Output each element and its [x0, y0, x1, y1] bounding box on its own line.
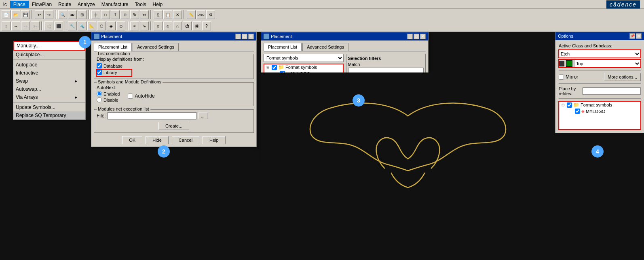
place-by-refdes-input[interactable]: [583, 87, 641, 95]
tb-prop[interactable]: ⚙: [206, 10, 215, 19]
disable-radio[interactable]: [97, 97, 102, 102]
tb-mirror[interactable]: ⇔: [140, 10, 149, 19]
tb-r10[interactable]: ⬡: [97, 21, 106, 30]
dialog1-help[interactable]: Help: [203, 136, 226, 144]
tb-r8[interactable]: 🔩: [78, 21, 87, 30]
tb-open[interactable]: 📂: [11, 10, 20, 19]
more-options-btn[interactable]: More options...: [604, 73, 641, 81]
tree-root-check[interactable]: [272, 65, 277, 70]
menu-analyze[interactable]: Analyze: [74, 1, 98, 8]
menu-manufacture[interactable]: Manufacture: [98, 1, 132, 8]
dialog1-minimize[interactable]: _: [235, 34, 241, 39]
dialog1-ok[interactable]: OK: [122, 136, 142, 144]
class-select[interactable]: Etch: [559, 50, 641, 58]
dialog1-maximize[interactable]: □: [242, 34, 247, 39]
tb-delete[interactable]: ✕: [173, 10, 182, 19]
menu-route[interactable]: Route: [55, 1, 74, 8]
tb-r5[interactable]: ⬚: [44, 21, 53, 30]
create-btn[interactable]: Create...: [158, 122, 189, 130]
tb-r12[interactable]: ⊙: [116, 21, 125, 30]
tb-r7[interactable]: 🔧: [68, 21, 77, 30]
dialog2-tab-placement[interactable]: Placement List: [264, 43, 302, 51]
menu-interactive[interactable]: Interactive: [13, 69, 85, 77]
menu-swap[interactable]: Swap ▶: [13, 77, 85, 85]
main-canvas[interactable]: [261, 72, 555, 260]
options-close[interactable]: ✕: [636, 33, 642, 39]
tb-r2[interactable]: ↔: [11, 21, 20, 30]
options-pin[interactable]: 📌: [629, 33, 635, 39]
tb-r1[interactable]: ↕: [2, 21, 11, 30]
tb-add-text[interactable]: T: [111, 10, 120, 19]
tb-r3[interactable]: ⊣: [21, 21, 30, 30]
dialog2-minimize[interactable]: _: [407, 34, 413, 39]
dialog1-hide[interactable]: Hide: [146, 136, 169, 144]
menu-quickplace[interactable]: Quickplace...: [13, 51, 85, 59]
dialog1-btn-row: OK Hide Cancel Help: [94, 136, 254, 144]
tb-r13[interactable]: ≈: [130, 21, 139, 30]
tb-grid[interactable]: ⊞: [78, 10, 87, 19]
menu-sep-1: [13, 60, 85, 60]
tb-r19[interactable]: ⌘: [192, 21, 201, 30]
options-tree-root[interactable]: ⊟ 📁 Format symbols: [559, 102, 640, 108]
file-input[interactable]: [108, 112, 196, 119]
tb-redo[interactable]: ↪: [44, 10, 53, 19]
tb-add-line[interactable]: ┼: [91, 10, 100, 19]
tb-drc[interactable]: DRC: [196, 10, 205, 19]
options-tree-root-check[interactable]: [567, 102, 572, 108]
library-checkbox[interactable]: [97, 70, 102, 75]
browse-btn[interactable]: ...: [198, 113, 207, 119]
tb-undo[interactable]: ↩: [35, 10, 44, 19]
dialog2-close[interactable]: ✕: [420, 34, 426, 39]
dialog2-tab-advanced[interactable]: Advanced Settings: [302, 43, 348, 51]
options-tree-child-check[interactable]: [575, 109, 580, 114]
display-defs-label: Display definitions from:: [97, 57, 251, 62]
dialog1-close[interactable]: ✕: [248, 34, 254, 39]
tb-add-rect[interactable]: □: [101, 10, 110, 19]
format-symbols-select[interactable]: Format symbols: [264, 54, 344, 62]
tb-r20[interactable]: ?: [202, 21, 211, 30]
tb-r9[interactable]: 📐: [87, 21, 96, 30]
menu-manually[interactable]: Manually...: [13, 41, 85, 51]
dialog1-cancel[interactable]: Cancel: [172, 136, 199, 144]
dialog1-tab-advanced[interactable]: Advanced Settings: [133, 43, 179, 51]
tb-r16[interactable]: ⎋: [163, 21, 172, 30]
database-checkbox[interactable]: [97, 63, 102, 68]
subclass-select[interactable]: Top: [574, 60, 641, 68]
menu-flowplan[interactable]: FlowPlan: [29, 1, 55, 8]
menu-ic[interactable]: ic: [0, 1, 10, 8]
menu-autoplace[interactable]: Autoplace: [13, 61, 85, 69]
tb-r17[interactable]: ⎌: [173, 21, 182, 30]
tb-r6[interactable]: ⬛: [54, 21, 63, 30]
autohide-checkbox[interactable]: [128, 94, 133, 99]
tb-paste[interactable]: 📋: [163, 10, 172, 19]
tb-r14[interactable]: ∿: [140, 21, 149, 30]
options-tree-child[interactable]: ◆ MYLOGO: [559, 108, 640, 114]
menu-replace-sq[interactable]: Replace SQ Temporary: [13, 111, 85, 119]
tb-r11[interactable]: ◈: [107, 21, 116, 30]
dialog2-maximize[interactable]: □: [414, 34, 419, 39]
tree-root[interactable]: ⊟ 📁 Format symbols: [264, 64, 343, 70]
mirror-checkbox[interactable]: [559, 75, 564, 80]
dialog1-tab-placement[interactable]: Placement List: [94, 43, 132, 51]
menu-place[interactable]: Place: [10, 1, 29, 8]
tb-add-pin[interactable]: ⊕: [120, 10, 129, 19]
tb-r4[interactable]: ⊢: [31, 21, 40, 30]
tb-zoom[interactable]: 🔍: [58, 10, 67, 19]
menu-autoswap[interactable]: Autoswap...: [13, 85, 85, 93]
tb-measure[interactable]: 📏: [187, 10, 196, 19]
menu-tools[interactable]: Tools: [132, 1, 150, 8]
menu-update-symbols[interactable]: Update Symbols...: [13, 103, 85, 111]
menu-help[interactable]: Help: [150, 1, 166, 8]
menu-via-arrays[interactable]: Via Arrays ▶: [13, 93, 85, 101]
tb-r18[interactable]: ⏻: [183, 21, 192, 30]
enabled-radio[interactable]: [97, 91, 102, 96]
tb-copy[interactable]: ⎘: [154, 10, 163, 19]
tb-save[interactable]: 💾: [21, 10, 30, 19]
tb-3d[interactable]: 3D: [68, 10, 77, 19]
options-tree[interactable]: ⊟ 📁 Format symbols ◆ MYLOGO: [559, 101, 641, 130]
subclass-color-swatch[interactable]: [566, 60, 572, 67]
tb-rotate[interactable]: ↻: [130, 10, 139, 19]
tb-new[interactable]: 📄: [2, 10, 11, 19]
tb-r15[interactable]: ⎊: [154, 21, 163, 30]
toolbar-area: 📄 📂 💾 ↩ ↪ 🔍 3D ⊞ ┼ □ T ⊕ ↻ ⇔ ⎘ 📋 ✕ 📏 DRC…: [0, 9, 644, 32]
